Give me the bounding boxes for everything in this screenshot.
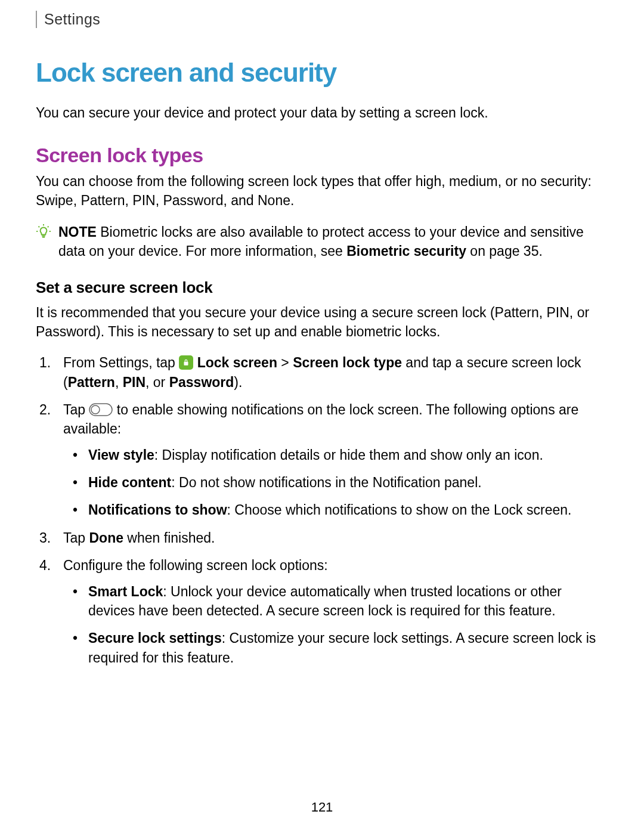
option-notifications-to-show: Notifications to show: Choose which noti…: [86, 500, 608, 519]
step-4-options: Smart Lock: Unlock your device automatic…: [86, 582, 608, 667]
step-2-options: View style: Display notification details…: [86, 445, 608, 520]
svg-point-8: [91, 405, 100, 414]
option-hide-content: Hide content: Do not show notifications …: [86, 473, 608, 492]
note-block: NOTE Biometric locks are also available …: [36, 222, 608, 261]
note-label: NOTE: [58, 224, 97, 240]
svg-line-1: [39, 226, 40, 227]
note-text: NOTE Biometric locks are also available …: [58, 222, 608, 261]
option-smart-lock: Smart Lock: Unlock your device automatic…: [86, 582, 608, 620]
toggle-icon: [89, 403, 113, 416]
svg-line-2: [48, 226, 49, 227]
step-1: From Settings, tap Lock screen > Screen …: [58, 353, 608, 391]
step-2: Tap to enable showing notifications on t…: [58, 400, 608, 520]
step-3: Tap Done when finished.: [58, 528, 608, 547]
page-title: Lock screen and security: [36, 58, 608, 88]
option-view-style: View style: Display notification details…: [86, 445, 608, 465]
steps-list: From Settings, tap Lock screen > Screen …: [58, 353, 608, 667]
breadcrumb: Settings: [36, 11, 608, 28]
section-body-screen-lock-types: You can choose from the following screen…: [36, 172, 608, 210]
section-heading-screen-lock-types: Screen lock types: [36, 144, 608, 167]
lightbulb-icon: [36, 224, 51, 241]
intro-text: You can secure your device and protect y…: [36, 103, 608, 122]
option-secure-lock-settings: Secure lock settings: Customize your sec…: [86, 628, 608, 667]
step-4: Configure the following screen lock opti…: [58, 556, 608, 667]
svg-rect-7: [89, 404, 112, 416]
page-number: 121: [0, 800, 644, 815]
subsection-heading-set-secure-lock: Set a secure screen lock: [36, 278, 608, 297]
subsection-body-set-secure-lock: It is recommended that you secure your d…: [36, 303, 608, 341]
biometric-security-link[interactable]: Biometric security: [346, 243, 466, 259]
lock-icon: [179, 355, 193, 370]
